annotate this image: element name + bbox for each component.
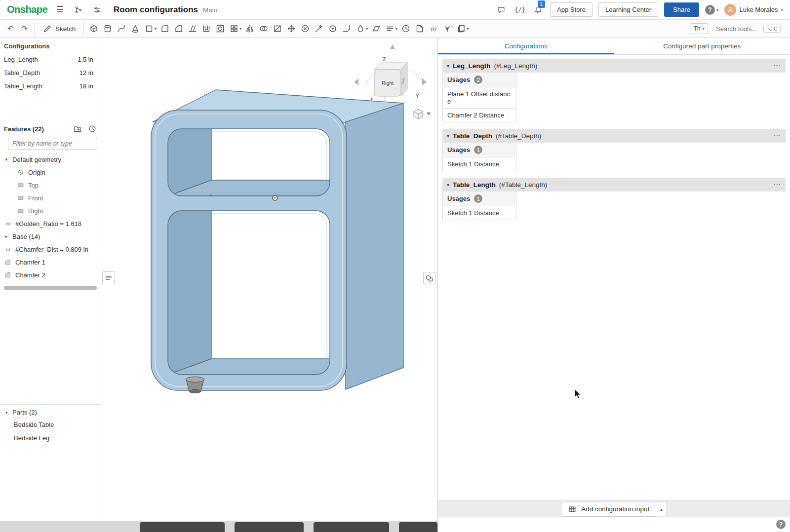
derived-button[interactable]	[454, 22, 468, 36]
preferences-button[interactable]	[91, 3, 104, 16]
rollback-bar[interactable]	[4, 286, 97, 290]
user-menu-button[interactable]: Luke Morales ▾	[724, 4, 783, 16]
shell-button[interactable]	[199, 22, 213, 36]
chevron-down-icon[interactable]: ▾	[239, 27, 241, 31]
search-tools-input[interactable]	[715, 25, 760, 33]
chevron-down-icon[interactable]: ▾	[4, 157, 9, 162]
feature-filter-input[interactable]	[8, 138, 97, 150]
versions-button[interactable]	[72, 3, 85, 16]
split-button[interactable]	[271, 22, 284, 36]
thicken-button[interactable]	[142, 22, 156, 36]
plane-button[interactable]	[369, 22, 383, 36]
document-tab[interactable]	[314, 522, 389, 532]
toolbar-tab-chip[interactable]: Th ▾	[690, 23, 708, 34]
usage-row[interactable]: Plane 1 Offset distance	[442, 87, 516, 109]
chevron-down-icon[interactable]: ▾	[366, 27, 368, 31]
tab-configured-part-properties[interactable]: Configured part properties	[614, 38, 790, 54]
3d-scene[interactable]: Right Back Z Y x	[101, 38, 437, 521]
add-configuration-collapse-button[interactable]: ▴	[656, 502, 667, 516]
document-tab[interactable]	[235, 522, 304, 532]
boolean-button[interactable]	[257, 22, 270, 36]
overflow-menu-icon[interactable]: ⋯	[773, 61, 781, 70]
hole-button[interactable]	[213, 22, 227, 36]
tree-item-chamfer-1[interactable]: Chamfer 1	[0, 256, 101, 268]
sweep-button[interactable]	[115, 22, 128, 36]
config-section-header[interactable]: ▾ Table_Length (#Table_Length) ⋯	[442, 178, 786, 191]
onshape-logo[interactable]: Onshape	[7, 4, 47, 15]
circular-pattern-button[interactable]	[440, 22, 454, 36]
tree-item-base-folder[interactable]: ▸ Base (14)	[0, 230, 101, 243]
mirror-button[interactable]	[243, 22, 256, 36]
config-row-table-length[interactable]: Table_Length 18 in	[0, 79, 101, 93]
chevron-down-icon[interactable]: ▾	[155, 27, 157, 31]
learning-center-button[interactable]: Learning Center	[598, 2, 658, 17]
chevron-right-icon[interactable]: ▸	[4, 234, 9, 239]
linear-pattern-button[interactable]	[227, 22, 240, 36]
chevron-down-icon[interactable]: ▾	[467, 27, 469, 31]
chevron-down-icon[interactable]: ▾	[447, 133, 449, 139]
chevron-down-icon[interactable]: ▾	[395, 27, 397, 31]
document-tab[interactable]	[399, 522, 437, 532]
move-face-button[interactable]	[326, 22, 339, 36]
sketch-button[interactable]: Sketch	[38, 22, 80, 36]
folder-add-icon[interactable]	[73, 124, 82, 133]
extrude-button[interactable]	[87, 22, 100, 36]
config-value[interactable]: 18 in	[79, 82, 93, 90]
composite-part-button[interactable]	[383, 22, 396, 36]
variable-button[interactable]	[427, 22, 440, 36]
redo-button[interactable]: ↷	[18, 22, 31, 36]
feature-list-toggle-button[interactable]	[102, 271, 115, 284]
tree-item-chamfer-dist-variable[interactable]: #Chamfer_Dist = 0.809 in	[0, 243, 101, 256]
app-store-button[interactable]: App Store	[550, 2, 592, 17]
tree-item-top-plane[interactable]: Top	[0, 179, 101, 191]
history-icon[interactable]	[88, 124, 97, 133]
fill-surface-button[interactable]	[354, 22, 367, 36]
chevron-down-icon[interactable]: ▾	[447, 63, 449, 69]
rotate-up-arrow[interactable]	[390, 44, 395, 49]
chamfer-button[interactable]	[172, 22, 185, 36]
tree-item-origin[interactable]: Origin	[0, 166, 101, 179]
config-row-table-depth[interactable]: Table_Depth 12 in	[0, 66, 101, 79]
notifications-button[interactable]: 1	[532, 4, 544, 16]
featurescript-notices-button[interactable]: {/}	[514, 3, 526, 16]
offset-surface-button[interactable]	[340, 22, 353, 36]
overflow-menu-icon[interactable]: ⋯	[773, 180, 781, 189]
usage-row[interactable]: Sketch 1 Distance	[442, 157, 516, 171]
add-configuration-input-button[interactable]: Add configuration input	[561, 502, 656, 517]
config-section-header[interactable]: ▾ Table_Depth (#Table_Depth) ⋯	[442, 129, 786, 143]
config-value[interactable]: 1.5 in	[78, 56, 93, 63]
main-menu-button[interactable]: ☰	[53, 3, 66, 16]
usage-row[interactable]: Sketch 1 Distance	[442, 206, 516, 220]
chevron-down-icon[interactable]: ▾	[447, 182, 449, 188]
view-cube[interactable]: Right Back Z Y x	[354, 44, 427, 101]
view-orientation-button[interactable]	[414, 109, 431, 119]
delete-part-button[interactable]	[298, 22, 312, 36]
loft-button[interactable]	[128, 22, 142, 36]
parts-header[interactable]: ▾ Parts (2)	[0, 405, 101, 418]
tree-item-right-plane[interactable]: Right	[0, 204, 101, 217]
document-tab[interactable]	[140, 522, 225, 532]
help-menu-button[interactable]: ? ▾	[705, 5, 719, 15]
revolve-button[interactable]	[101, 22, 114, 36]
share-button[interactable]: Share	[664, 2, 699, 17]
usage-row[interactable]: Chamfer 2 Distance	[442, 109, 516, 122]
part-item-bedside-table[interactable]: Bedside Table	[0, 418, 101, 431]
fillet-button[interactable]	[158, 22, 171, 36]
overflow-menu-icon[interactable]: ⋯	[773, 131, 781, 140]
part-item-bedside-leg[interactable]: Bedside Leg	[0, 431, 101, 445]
draft-button[interactable]	[186, 22, 199, 36]
transform-button[interactable]	[284, 22, 298, 36]
tab-configurations[interactable]: Configurations	[438, 38, 614, 54]
undo-button[interactable]: ↶	[4, 22, 17, 36]
history-tool-button[interactable]	[399, 22, 412, 36]
panel-help-button[interactable]: ?	[776, 520, 786, 529]
rotate-right-arrow[interactable]	[422, 78, 427, 85]
tree-item-default-geometry[interactable]: ▾ Default geometry	[0, 153, 101, 166]
model-bedside-table[interactable]	[151, 90, 403, 393]
sheet-metal-button[interactable]	[413, 22, 426, 36]
config-row-leg-length[interactable]: Leg_Length 1.5 in	[0, 53, 101, 66]
modify-fillet-button[interactable]	[312, 22, 325, 36]
configuration-panel-toggle-button[interactable]	[423, 272, 435, 284]
tree-item-chamfer-2[interactable]: Chamfer 2	[0, 268, 101, 281]
origin-marker[interactable]	[273, 195, 277, 200]
